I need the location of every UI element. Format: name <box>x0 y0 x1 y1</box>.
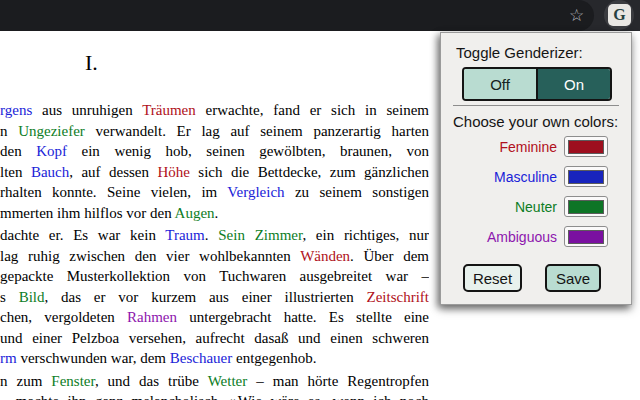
text-segment: rgens <box>0 102 32 118</box>
text-segment: , das er vor kurzem aus einer illustrier… <box>45 289 367 305</box>
feminine-color-chip <box>568 140 604 154</box>
text-segment: rhalten konnte. Seine vielen, im <box>0 184 227 200</box>
color-row-feminine: Feminine <box>441 132 633 162</box>
address-bar[interactable]: ☆ <box>0 0 594 31</box>
save-button[interactable]: Save <box>545 264 601 292</box>
text-line: s Bild, das er vor kurzem aus einer illu… <box>0 287 429 308</box>
text-segment: Ungeziefer <box>18 123 85 139</box>
text-line: rhalten konnte. Seine vielen, im Verglei… <box>0 182 429 203</box>
text-line: gepackte Musterkollektion von Tuchwaren … <box>0 266 429 287</box>
text-segment: Augen <box>175 205 215 221</box>
divider <box>453 105 619 106</box>
text-segment: untergebracht hatte. Es stellte eine <box>177 309 429 325</box>
extension-button[interactable]: G <box>604 0 634 30</box>
text-segment: Rahmen <box>127 309 177 325</box>
text-segment: . Über dem <box>350 248 429 264</box>
paragraph: rgens aus unruhigen Träumen erwachte, fa… <box>0 100 429 223</box>
text-segment: n zum <box>0 373 51 389</box>
text-line: chen, vergoldeten Rahmen untergebracht h… <box>0 307 429 328</box>
text-segment: Bild <box>19 289 45 305</box>
text-segment: Beschauer <box>170 350 232 366</box>
text-segment: , auf dessen <box>69 164 157 180</box>
text-line: den Kopf ein wenig hob, seinen gewölbten… <box>0 141 429 162</box>
toggle-group: Off On <box>462 67 612 101</box>
text-segment: sich die Bettdecke, zum gänzlichen <box>190 164 429 180</box>
ambiguous-label: Ambiguous <box>441 229 557 245</box>
text-line: und einer Pelzboa versehen, aufrecht das… <box>0 328 429 349</box>
genderizer-popup: Toggle Genderizer: Off On Choose your ow… <box>440 32 632 305</box>
text-segment: verschwunden war, dem <box>17 350 170 366</box>
color-row-neuter: Neuter <box>441 192 633 222</box>
feminine-label: Feminine <box>441 139 557 155</box>
text-segment: entgegenhob. <box>232 350 316 366</box>
text-segment: Träumen <box>142 102 196 118</box>
color-row-ambiguous: Ambiguous <box>441 222 633 252</box>
text-line: lten Bauch, auf dessen Höhe sich die Bet… <box>0 162 429 183</box>
paragraph: n zum Fenster, und das trübe Wetter – ma… <box>0 371 429 400</box>
genderizer-extension-icon: G <box>608 4 631 26</box>
ambiguous-color-picker[interactable] <box>564 226 608 247</box>
text-line: dachte er. Es war kein Traum. Sein Zimme… <box>0 225 429 246</box>
text-segment: , ein richtiges, nur <box>302 227 429 243</box>
text-segment: s <box>0 289 19 305</box>
text-segment: n <box>0 123 18 139</box>
text-line: – machte ihn ganz melancholisch. »Wie wä… <box>0 391 429 400</box>
text-segment: Zeitschrift <box>367 289 429 305</box>
neuter-label: Neuter <box>441 199 557 215</box>
text-segment: – man hörte Regentropfen <box>247 373 429 389</box>
text-segment: Vergleich <box>227 184 284 200</box>
bookmark-star-icon[interactable]: ☆ <box>569 3 584 28</box>
masculine-label: Masculine <box>441 169 557 185</box>
text-line: rm verschwunden war, dem Beschauer entge… <box>0 348 429 369</box>
text-segment: aus unruhigen <box>32 102 142 118</box>
colors-label: Choose your own colors: <box>453 113 618 130</box>
text-segment: chen, vergoldeten <box>0 309 127 325</box>
text-segment: dachte er. Es war kein <box>0 227 165 243</box>
text-segment: rm <box>0 350 17 366</box>
paragraph: dachte er. Es war kein Traum. Sein Zimme… <box>0 225 429 369</box>
text-segment: Wänden <box>300 248 350 264</box>
text-line: n Ungeziefer verwandelt. Er lag auf sein… <box>0 121 429 142</box>
text-segment: ein wenig hob, seinen gewölbten, braunen… <box>67 143 429 159</box>
text-segment: mmerten ihm hilflos vor den <box>0 205 175 221</box>
text-segment: – machte ihn ganz melancholisch. »Wie wä… <box>0 393 429 400</box>
text-segment: verwandelt. Er lag auf seinem panzerarti… <box>85 123 429 139</box>
text-segment: Bauch <box>31 164 69 180</box>
text-segment: gepackte Musterkollektion von Tuchwaren … <box>0 268 429 284</box>
text-segment: lten <box>0 164 31 180</box>
text-segment: Höhe <box>157 164 190 180</box>
text-segment: lag ruhig zwischen den vier wohlbekannte… <box>0 248 300 264</box>
text-segment: erwachte, fand er sich in seinem <box>196 102 429 118</box>
on-button[interactable]: On <box>536 69 610 99</box>
toggle-label: Toggle Genderizer: <box>456 44 583 61</box>
text-line: n zum Fenster, und das trübe Wetter – ma… <box>0 371 429 392</box>
text-segment: Fenster <box>51 373 95 389</box>
off-button[interactable]: Off <box>464 69 536 99</box>
text-segment: zu seinem sonstigen <box>285 184 429 200</box>
body-text: rgens aus unruhigen Träumen erwachte, fa… <box>0 100 429 400</box>
text-segment: Traum <box>165 227 204 243</box>
feminine-color-picker[interactable] <box>564 136 608 157</box>
ambiguous-color-chip <box>568 230 604 244</box>
browser-toolbar: ☆ G <box>0 0 640 31</box>
chapter-heading: I. <box>85 50 98 76</box>
masculine-color-picker[interactable] <box>564 166 608 187</box>
text-line: lag ruhig zwischen den vier wohlbekannte… <box>0 246 429 267</box>
browser-window: ☆ G I. rgens aus unruhigen Träumen erwac… <box>0 0 640 400</box>
text-segment: Wetter <box>208 373 248 389</box>
text-segment: . <box>205 227 218 243</box>
masculine-color-chip <box>568 170 604 184</box>
text-segment: . <box>215 205 219 221</box>
reset-button[interactable]: Reset <box>463 264 522 292</box>
color-row-masculine: Masculine <box>441 162 633 192</box>
text-segment: und einer Pelzboa versehen, aufrecht das… <box>0 330 429 346</box>
neuter-color-chip <box>568 200 604 214</box>
text-segment: Kopf <box>36 143 67 159</box>
text-segment: den <box>0 143 36 159</box>
neuter-color-picker[interactable] <box>564 196 608 217</box>
text-segment: , und das trübe <box>95 373 208 389</box>
text-segment: Sein Zimmer <box>218 227 302 243</box>
text-line: mmerten ihm hilflos vor den Augen. <box>0 203 429 224</box>
text-line: rgens aus unruhigen Träumen erwachte, fa… <box>0 100 429 121</box>
